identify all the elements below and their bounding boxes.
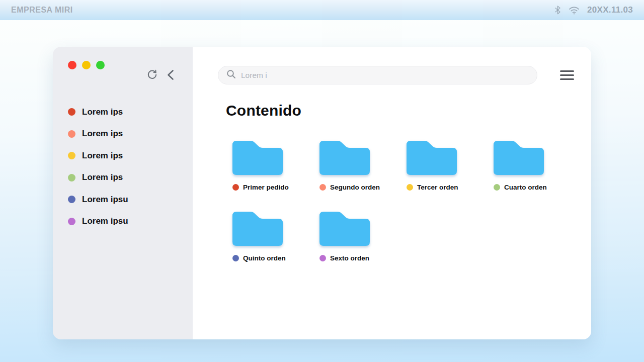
sidebar-toolbar [146,69,174,82]
folder-item[interactable]: Sexto orden [319,211,370,262]
back-button[interactable] [167,69,174,82]
color-dot-icon [319,255,326,261]
color-dot-icon [68,196,75,203]
sidebar-item-label: Lorem ips [82,151,123,161]
folder-label: Quinto orden [232,254,283,262]
sidebar-menu: Lorem ips Lorem ips Lorem ips Lorem ips … [53,101,193,232]
sidebar-item[interactable]: Lorem ips [53,101,193,123]
hamburger-icon [560,70,574,72]
status-area: 20XX.11.03 [554,5,633,15]
sidebar-item-label: Lorem ips [82,129,123,139]
folder-icon [232,211,283,246]
color-dot-icon [68,130,75,138]
color-dot-icon [319,184,326,191]
company-name: EMPRESA MIRI [11,6,73,15]
folder-label: Primer pedido [232,184,283,191]
color-dot-icon [494,184,500,191]
folder-label: Tercer orden [407,184,457,191]
sidebar-item[interactable]: Lorem ips [53,145,193,167]
search-bar[interactable] [218,66,537,84]
folder-label: Cuarto orden [494,184,544,191]
menu-button[interactable] [560,70,574,80]
folder-name: Cuarto orden [504,184,547,191]
folder-icon [232,140,283,175]
folder-icon [319,140,370,175]
color-dot-icon [232,255,239,261]
sidebar-item-label: Lorem ips [82,172,123,183]
color-dot-icon [407,184,413,191]
sidebar-item[interactable]: Lorem ipsu [53,189,193,211]
folder-grid: Primer pedido Segundo orden Tercer orden… [232,140,544,262]
folder-item[interactable]: Segundo orden [319,140,370,191]
folder-label: Segundo orden [319,184,370,191]
search-input[interactable] [241,71,529,80]
search-icon [226,69,236,81]
folder-icon [319,211,370,246]
folder-icon [407,140,457,175]
sidebar-item[interactable]: Lorem ips [53,123,193,145]
system-topbar: EMPRESA MIRI 20XX.11.03 [0,0,644,20]
folder-name: Quinto orden [243,254,286,262]
refresh-icon [146,74,158,82]
minimize-button[interactable] [82,61,91,69]
color-dot-icon [68,218,75,225]
folder-name: Primer pedido [243,184,289,191]
zoom-button[interactable] [96,61,105,69]
folder-name: Tercer orden [417,184,458,191]
refresh-button[interactable] [146,69,158,82]
sidebar: Lorem ips Lorem ips Lorem ips Lorem ips … [53,47,193,339]
app-window: Lorem ips Lorem ips Lorem ips Lorem ips … [53,47,591,339]
color-dot-icon [68,108,75,116]
folder-item[interactable]: Cuarto orden [494,140,544,191]
system-date: 20XX.11.03 [587,5,633,15]
main-panel: Contenido Primer pedido Segundo orden Te… [193,47,591,339]
sidebar-item-label: Lorem ipsu [82,216,128,226]
folder-icon [494,140,544,175]
sidebar-item[interactable]: Lorem ipsu [53,211,193,233]
sidebar-item-label: Lorem ipsu [82,195,128,205]
sidebar-item-label: Lorem ips [82,107,123,117]
folder-name: Segundo orden [330,184,380,191]
color-dot-icon [68,174,75,182]
close-button[interactable] [68,61,76,69]
folder-item[interactable]: Primer pedido [232,140,283,191]
traffic-lights [68,61,105,69]
wifi-icon [569,6,580,15]
sidebar-item[interactable]: Lorem ips [53,167,193,189]
bluetooth-icon [554,6,561,15]
color-dot-icon [68,152,75,159]
color-dot-icon [232,184,239,191]
folder-name: Sexto orden [330,254,369,262]
chevron-left-icon [167,74,174,82]
page-title: Contenido [226,102,301,119]
folder-item[interactable]: Quinto orden [232,211,283,262]
folder-label: Sexto orden [319,254,370,262]
folder-item[interactable]: Tercer orden [407,140,457,191]
